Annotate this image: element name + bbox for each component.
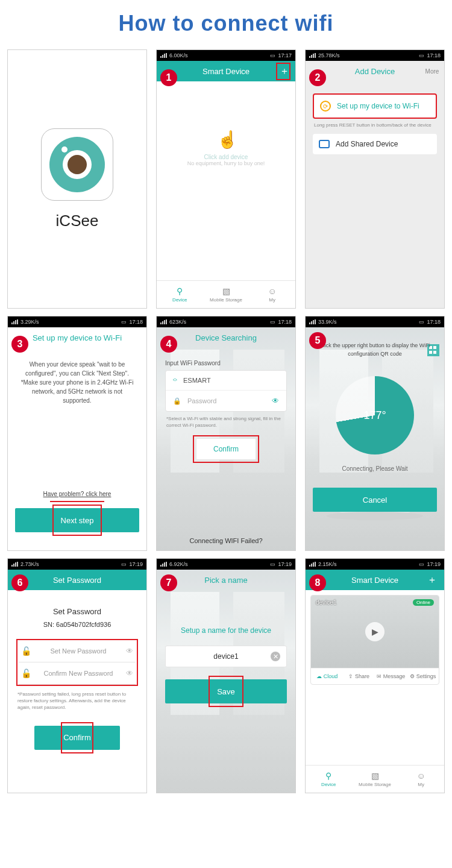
qr-tip-text: Click the upper right button to display … (316, 342, 433, 358)
image-icon: ▧ (222, 286, 230, 296)
screen-device-list: 8 2.15K/s▭17:19 Smart Device ＋ device1 O… (305, 558, 445, 793)
tab-mobile-storage[interactable]: ▧Mobile Storage (203, 281, 250, 308)
pin-icon: ⚲ (325, 771, 331, 781)
app-header: ‹ Set Password (8, 570, 146, 590)
lock-icon: 🔓 (21, 646, 31, 656)
step-badge-1: 1 (160, 69, 177, 86)
app-header: Smart Device ＋ (306, 570, 444, 590)
step-badge-4: 4 (160, 336, 177, 353)
action-share[interactable]: ⇪Share (343, 668, 375, 684)
option-setup-wifi-label: Set up my device to Wi-Fi (337, 102, 419, 110)
pin-icon: ⚲ (177, 286, 183, 296)
confirm-password-input[interactable]: 🔓 Confirm New Password 👁 (19, 662, 136, 685)
action-message[interactable]: ✉Message (375, 668, 407, 684)
keyboard-icon (319, 140, 330, 148)
tab-my[interactable]: ☺My (249, 281, 295, 308)
wifi-credentials-card: ⌔ ESMART 🔒 Password 👁 (165, 370, 287, 412)
confirm-button[interactable]: Confirm (196, 438, 256, 460)
tab-device[interactable]: ⚲Device (306, 766, 352, 793)
progress-value: 177° (341, 381, 409, 450)
lock-icon: 🔓 (21, 668, 31, 678)
click-add-label: Click add device (157, 154, 295, 160)
confirm-password-placeholder: Confirm New Password (37, 670, 120, 677)
more-button[interactable]: More (425, 68, 439, 75)
step-badge-2: 2 (309, 69, 326, 86)
save-button[interactable]: Save (165, 679, 287, 703)
tab-mobile-storage[interactable]: ▧Mobile Storage (352, 766, 398, 793)
option-setup-wifi-hint: Long press RESET button in bottom/back o… (314, 122, 436, 128)
wifi-ssid-row[interactable]: ⌔ ESMART (166, 371, 286, 391)
wifi-password-row[interactable]: 🔒 Password 👁 (166, 391, 286, 411)
user-icon: ☺ (268, 286, 277, 296)
icsee-app-icon (41, 128, 113, 201)
device-name-input[interactable]: device1 ✕ (165, 646, 287, 667)
device-card[interactable]: device1 Online ▶ ☁Cloud ⇪Share ✉Message … (310, 595, 439, 685)
step-badge-6: 6 (11, 574, 28, 591)
header-title: Device Searching (176, 333, 276, 342)
play-icon[interactable]: ▶ (365, 622, 385, 641)
header-title: Set up my device to Wi-Fi (27, 333, 127, 342)
header-title: Smart Device (176, 67, 276, 76)
wifi-hint-text: *Select a Wi-Fi with stable and strong s… (166, 415, 286, 429)
header-title: Pick a name (176, 576, 276, 585)
serial-number: SN: 6a054b702fcfd936 (16, 621, 138, 628)
tap-hand-icon: ☝ (217, 130, 235, 150)
instruction-grid: iCSee 1 6.00K/s ▭17:17 Smart Device ＋ ☝ (7, 49, 445, 793)
battery-icon: ▭ (270, 52, 275, 58)
step-badge-7: 7 (160, 574, 177, 591)
header-title: Set Password (27, 576, 127, 585)
wifi-password-placeholder: Password (187, 397, 216, 404)
screen-pick-name: 7 6.92K/s▭17:19 ‹ Pick a name Setup a na… (156, 558, 296, 793)
eye-icon[interactable]: 👁 (126, 647, 133, 655)
signal-icon (160, 53, 167, 58)
wifi-icon: ⌔ (173, 377, 177, 384)
cancel-button[interactable]: Cancel (313, 488, 437, 512)
clock: 17:17 (278, 52, 292, 58)
have-problem-link[interactable]: Have problem? click here (8, 491, 146, 497)
set-password-heading: Set Password (16, 607, 138, 616)
page-title: How to connect wifi (7, 11, 445, 36)
step-badge-5: 5 (309, 332, 326, 349)
connecting-failed-link[interactable]: Connecting WIFI Failed? (157, 537, 295, 544)
new-password-placeholder: Set New Password (37, 647, 120, 655)
device-name-label: device1 (316, 599, 336, 606)
add-device-button[interactable]: ＋ (276, 63, 290, 80)
confirm-button[interactable]: Confirm (34, 726, 120, 750)
app-header: ‹ Add Device More (306, 61, 444, 81)
eye-icon[interactable]: 👁 (272, 397, 279, 405)
status-bar: 6.00K/s ▭17:17 (157, 50, 295, 61)
screen-smart-device: 1 6.00K/s ▭17:17 Smart Device ＋ ☝ Click … (156, 49, 296, 309)
gear-icon: ⚙ (410, 673, 415, 679)
option-setup-wifi[interactable]: ⟳ Set up my device to Wi-Fi (313, 93, 437, 119)
cloud-icon: ☁ (316, 673, 322, 679)
new-password-input[interactable]: 🔓 Set New Password 👁 (19, 640, 136, 662)
wifi-setup-icon: ⟳ (320, 101, 331, 112)
option-add-shared[interactable]: Add Shared Device (313, 134, 437, 154)
eye-icon[interactable]: 👁 (126, 669, 133, 678)
connecting-text: Connecting, Please Wait (306, 465, 444, 472)
next-step-button[interactable]: Next step (15, 508, 139, 532)
action-settings[interactable]: ⚙Settings (407, 668, 439, 684)
net-speed: 6.00K/s (169, 52, 188, 58)
tab-my[interactable]: ☺My (398, 766, 444, 793)
action-cloud[interactable]: ☁Cloud (311, 668, 343, 684)
clear-icon[interactable]: ✕ (271, 652, 280, 661)
wifi-ssid-value: ESMART (183, 377, 211, 384)
no-equipment-label: No equipment, hurry to buy one! (157, 160, 295, 166)
device-name-value: device1 (213, 652, 238, 661)
screen-set-password: 6 2.73K/s▭17:19 ‹ Set Password Set Passw… (7, 558, 147, 793)
image-icon: ▧ (371, 771, 379, 781)
device-preview[interactable]: device1 Online ▶ (311, 596, 439, 668)
header-title: Smart Device (325, 576, 425, 585)
tab-device[interactable]: ⚲Device (157, 281, 203, 308)
header-title: Add Device (325, 67, 425, 76)
step-badge-3: 3 (11, 336, 28, 353)
input-wifi-label: Input WiFi Password (165, 360, 287, 366)
progress-circle: 177° (336, 376, 414, 454)
add-device-button[interactable]: ＋ (425, 574, 439, 587)
app-header: Smart Device ＋ (157, 61, 295, 81)
screen-connecting: 5 33.9K/s▭17:18 Click the upper right bu… (305, 316, 445, 551)
screen-device-searching: 4 623K/s▭17:18 ‹ Device Searching Input … (156, 316, 296, 551)
screen-add-device: 2 25.78K/s ▭17:18 ‹ Add Device More ⟳ Se… (305, 49, 445, 309)
icsee-card: iCSee (7, 49, 147, 309)
